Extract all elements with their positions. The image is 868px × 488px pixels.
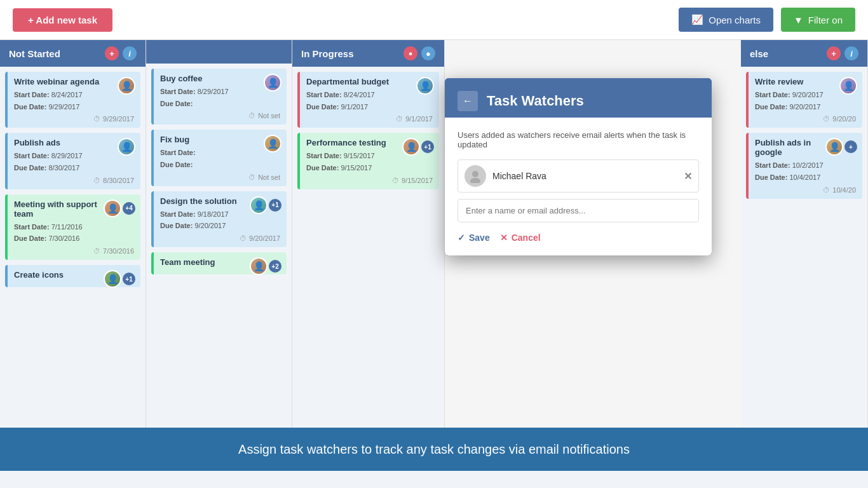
card-title: Fix bug: [160, 135, 280, 144]
watcher-avatar: [465, 165, 486, 187]
avatar-count: +2: [269, 260, 281, 273]
avatar-stack: 👤 +1: [250, 196, 281, 214]
column-not-started-sub: Buy coffee Start Date: 8/29/2017 Due Dat…: [146, 40, 292, 428]
avatar: 👤: [264, 135, 281, 152]
add-card-not-started[interactable]: +: [105, 46, 119, 60]
svg-point-1: [470, 178, 480, 183]
avatar: 👤: [250, 196, 268, 214]
svg-point-0: [472, 171, 478, 177]
cards-else: Write review Start Date: 9/20/2017 Due D…: [741, 67, 867, 428]
clock-icon: ⏱: [248, 112, 255, 119]
avatar-stack: 👤 +: [825, 138, 857, 156]
card-meta: Start Date: 8/24/2017 Due Date: 9/29/201…: [14, 89, 134, 112]
avatar-count: +: [844, 140, 857, 153]
column-title-not-started: Not Started: [9, 48, 60, 59]
avatar-stack: 👤: [264, 135, 281, 152]
card-write-review[interactable]: Write review Start Date: 9/20/2017 Due D…: [746, 72, 862, 128]
card-footer: ⏱ 8/30/2017: [14, 177, 134, 184]
avatar: 👤: [825, 138, 843, 156]
avatar-stack: 👤: [416, 77, 434, 95]
avatar-count: +1: [421, 140, 434, 153]
checkmark-icon: ✓: [458, 233, 465, 243]
watcher-row: Michael Rava ✕: [458, 159, 699, 193]
clock-icon: ⏱: [93, 247, 100, 255]
card-title: Buy coffee: [160, 74, 280, 83]
avatar: 👤: [250, 257, 268, 275]
avatar-stack: 👤: [264, 74, 281, 92]
card-meta: Start Date: 8/29/2017 Due Date: 8/30/201…: [14, 150, 134, 173]
clock-icon: ⏱: [93, 177, 100, 184]
toolbar: + Add new task 📈 Open charts ▼ Filter on: [0, 0, 868, 40]
card-footer: ⏱ 9/20/20: [755, 115, 856, 123]
avatar-stack: 👤: [118, 138, 135, 156]
clock-icon: ⏱: [823, 115, 830, 123]
card-team-meeting[interactable]: Team meeting 👤 +2: [151, 252, 287, 274]
modal-cancel-button[interactable]: ✕ Cancel: [500, 233, 541, 243]
avatar: 👤: [118, 77, 135, 95]
modal-description: Users added as watchers receive email al…: [458, 130, 699, 149]
task-watchers-modal: ← Task Watchers Users added as watchers …: [445, 78, 712, 255]
column-header-sub: [146, 40, 292, 64]
clock-icon: ⏱: [392, 177, 399, 184]
clock-icon: ⏱: [823, 186, 830, 194]
avatar-stack: 👤 +1: [402, 138, 434, 156]
x-icon: ✕: [500, 233, 508, 243]
modal-header: ← Task Watchers: [445, 78, 712, 118]
card-footer: ⏱ 10/4/20: [755, 186, 856, 194]
avatar-count: +1: [123, 273, 135, 285]
avatar: 👤: [402, 138, 420, 156]
card-footer: ⏱ 9/15/2017: [306, 177, 433, 184]
card-meeting-support[interactable]: Meeting with support team Start Date: 7/…: [5, 194, 140, 260]
add-task-button[interactable]: + Add new task: [13, 8, 112, 32]
avatar-stack: 👤 +1: [104, 270, 135, 288]
modal-save-button[interactable]: ✓ Save: [458, 233, 490, 243]
avatar: 👤: [264, 74, 281, 92]
card-footer: ⏱ Not set: [160, 112, 280, 119]
card-footer: ⏱ 9/20/2017: [160, 234, 280, 242]
modal-title: Task Watchers: [487, 93, 584, 109]
card-fix-bug[interactable]: Fix bug Start Date: Due Date: 👤 ⏱ Not se…: [151, 130, 287, 186]
info-else[interactable]: i: [844, 46, 858, 60]
avatar-stack: 👤: [118, 77, 135, 95]
avatar-dot-blue: ●: [421, 46, 435, 60]
card-create-icons[interactable]: Create icons 👤 +1: [5, 265, 140, 287]
add-card-else[interactable]: +: [827, 46, 841, 60]
card-meta: Start Date: 7/11/2016 Due Date: 7/30/201…: [14, 221, 134, 245]
watcher-name: Michael Rava: [492, 171, 677, 181]
filter-on-button[interactable]: ▼ Filter on: [781, 8, 855, 32]
watcher-email-input[interactable]: [458, 199, 699, 222]
chart-icon: 📈: [691, 14, 703, 25]
avatar-stack: 👤 +4: [104, 200, 135, 217]
card-meta: Start Date: 8/24/2017 Due Date: 9/1/2017: [306, 89, 433, 112]
card-publish-ads-google[interactable]: Publish ads in google Start Date: 10/2/2…: [746, 133, 862, 198]
card-meta: Start Date: 8/29/2017 Due Date:: [160, 86, 280, 109]
toolbar-right: 📈 Open charts ▼ Filter on: [679, 8, 855, 32]
avatar: 👤: [118, 138, 135, 156]
banner-text: Assign task watchers to track any task c…: [238, 442, 630, 457]
modal-body: Users added as watchers receive email al…: [445, 118, 712, 255]
avatar-count: +1: [269, 199, 281, 212]
avatar: 👤: [416, 77, 434, 95]
column-in-progress: In Progress ● ● Departmental budget Star…: [292, 40, 445, 428]
avatar: 👤: [104, 270, 121, 288]
card-write-webinar-agenda[interactable]: Write webinar agenda Start Date: 8/24/20…: [5, 72, 140, 128]
card-departmental-budget[interactable]: Departmental budget Start Date: 8/24/201…: [297, 72, 439, 128]
card-buy-coffee[interactable]: Buy coffee Start Date: 8/29/2017 Due Dat…: [151, 69, 287, 125]
watcher-remove-button[interactable]: ✕: [684, 170, 692, 182]
open-charts-button[interactable]: 📈 Open charts: [679, 8, 773, 32]
avatar-stack: 👤 +2: [250, 257, 281, 275]
modal-back-button[interactable]: ←: [458, 91, 478, 111]
clock-icon: ⏱: [93, 115, 100, 123]
avatar-count: +4: [123, 202, 135, 215]
avatar: 👤: [104, 200, 121, 217]
column-not-started: Not Started + i Write webinar agenda Sta…: [0, 40, 146, 428]
card-design-solution[interactable]: Design the solution Start Date: 9/18/201…: [151, 191, 287, 247]
modal-actions: ✓ Save ✕ Cancel: [458, 233, 699, 243]
card-publish-ads[interactable]: Publish ads Start Date: 8/29/2017 Due Da…: [5, 133, 140, 189]
card-footer: ⏱ Not set: [160, 173, 280, 181]
clock-icon: ⏱: [248, 173, 255, 181]
card-performance-testing[interactable]: Performance testing Start Date: 9/15/201…: [297, 133, 439, 189]
card-title: Write webinar agenda: [14, 77, 134, 86]
avatar-stack: 👤: [839, 77, 857, 95]
info-not-started[interactable]: i: [123, 46, 137, 60]
